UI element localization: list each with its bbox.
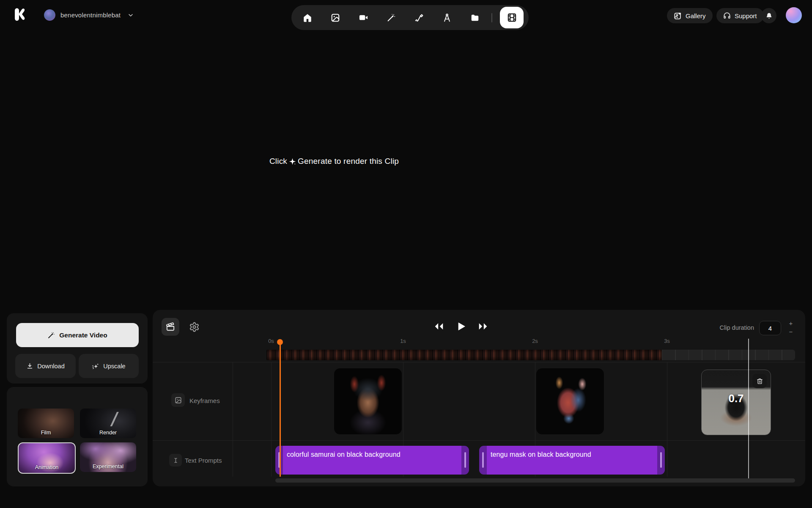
account-avatar xyxy=(44,9,55,21)
playhead-handle[interactable] xyxy=(277,339,283,345)
timeline-scrollbar[interactable] xyxy=(275,478,795,483)
clip-end-marker xyxy=(748,339,749,478)
nav-divider xyxy=(491,13,492,22)
sparkles-icon xyxy=(92,362,99,370)
trash-icon xyxy=(757,378,763,384)
prompt-trim-handle-right[interactable] xyxy=(464,452,466,468)
folder-icon xyxy=(470,13,480,22)
draw-pen-icon xyxy=(414,13,424,22)
clip-view-button[interactable] xyxy=(162,318,179,336)
user-avatar[interactable] xyxy=(786,7,802,23)
upscale-button[interactable]: Upscale xyxy=(79,354,139,378)
image-icon xyxy=(331,13,340,22)
nav-design-tools[interactable] xyxy=(433,5,461,30)
timeline-settings-button[interactable] xyxy=(189,322,200,332)
chevron-down-icon xyxy=(127,12,134,19)
nav-folder[interactable] xyxy=(461,5,489,30)
prompt-block-tengu[interactable]: tengu mask on black background xyxy=(479,446,665,475)
ruler-tick-2s: 2s xyxy=(527,338,543,344)
style-presets-card: Film Render Animation Experimental xyxy=(7,387,148,486)
film-icon xyxy=(507,13,517,22)
gallery-label: Gallery xyxy=(686,12,706,19)
play-button[interactable] xyxy=(453,318,469,334)
transport-controls xyxy=(432,318,490,334)
prompts-row-label: Text Prompts xyxy=(185,457,222,464)
clip-duration-decrease[interactable]: − xyxy=(785,329,796,336)
fast-forward-icon xyxy=(477,322,488,331)
nav-timeline-active[interactable] xyxy=(500,7,524,28)
video-camera-icon xyxy=(359,13,368,22)
row-separator xyxy=(153,440,805,441)
magic-wand-icon xyxy=(387,13,396,22)
preview-filmstrip[interactable] xyxy=(266,350,662,360)
download-icon xyxy=(26,362,33,370)
account-menu[interactable]: benevolentnimblebat xyxy=(44,9,134,21)
keyframe-reference[interactable]: 0.7 xyxy=(701,370,771,435)
nav-images[interactable] xyxy=(321,5,349,30)
style-animation-label: Animation xyxy=(19,464,75,470)
prompt-trim-handle-left[interactable] xyxy=(482,452,484,468)
account-username: benevolentnimblebat xyxy=(60,11,121,19)
keyframes-row-label: Keyframes xyxy=(189,397,220,404)
gear-icon xyxy=(189,322,200,332)
prompt-trim-handle-right[interactable] xyxy=(660,452,662,468)
render-hint-suffix: Generate to render this Clip xyxy=(298,157,399,166)
clip-duration-label: Clip duration xyxy=(712,324,754,331)
download-label: Download xyxy=(37,363,65,370)
nav-home[interactable] xyxy=(294,5,321,30)
style-experimental[interactable]: Experimental xyxy=(80,442,136,472)
ruler-tick-3s: 3s xyxy=(658,338,675,344)
gridline-3s xyxy=(667,362,667,477)
app-window: benevolentnimblebat Gallery xyxy=(0,0,812,508)
render-hint: Click Generate to render this Clip xyxy=(0,157,668,166)
fast-forward-button[interactable] xyxy=(476,320,490,332)
ruler-tick-1s: 1s xyxy=(395,338,411,344)
headphones-icon xyxy=(723,12,731,19)
rewind-button[interactable] xyxy=(432,320,446,332)
render-hint-prefix: Click xyxy=(269,157,287,166)
delete-keyframe-button[interactable] xyxy=(752,374,767,388)
home-icon xyxy=(303,13,312,22)
generate-video-button[interactable]: Generate Video xyxy=(16,323,139,347)
clip-duration-value[interactable]: 4 xyxy=(759,321,781,335)
prompts-row-icon-box xyxy=(169,454,182,467)
style-film[interactable]: Film xyxy=(18,409,74,438)
row-separator xyxy=(153,362,805,362)
rewind-icon xyxy=(433,322,444,331)
nav-draw[interactable] xyxy=(405,5,433,30)
nav-video[interactable] xyxy=(349,5,377,30)
prompt-text[interactable]: tengu mask on black background xyxy=(487,446,657,475)
generate-video-label: Generate Video xyxy=(59,331,107,339)
prompt-block-samurai[interactable]: colorful samurai on black background xyxy=(275,446,469,475)
style-experimental-label: Experimental xyxy=(80,464,136,469)
download-button[interactable]: Download xyxy=(15,354,76,378)
style-animation-selected[interactable]: Animation xyxy=(18,442,76,474)
support-label: Support xyxy=(735,12,757,19)
style-render[interactable]: Render xyxy=(80,409,136,438)
main-nav xyxy=(291,5,529,30)
app-logo[interactable] xyxy=(14,8,26,21)
support-button[interactable]: Support xyxy=(716,8,764,23)
keyframe-samurai[interactable] xyxy=(334,368,402,434)
wand-icon xyxy=(47,331,55,339)
sparkle-icon xyxy=(288,157,296,166)
style-film-label: Film xyxy=(18,430,74,436)
nav-magic[interactable] xyxy=(377,5,405,30)
playhead-line xyxy=(280,344,281,477)
keyframe-weight-value: 0.7 xyxy=(702,392,771,405)
gridline-0s xyxy=(271,362,272,477)
timeline-panel: Clip duration 4 + − 0s 1s 2s 3s Keyframe… xyxy=(153,310,805,486)
bell-icon xyxy=(765,12,773,19)
compass-icon xyxy=(442,13,452,22)
notifications-button[interactable] xyxy=(761,8,776,23)
gallery-icon xyxy=(674,12,682,20)
keyframe-tengu-mask[interactable] xyxy=(536,368,604,434)
prompt-text[interactable]: colorful samurai on black background xyxy=(283,446,461,475)
text-cursor-icon xyxy=(173,457,179,464)
upscale-label: Upscale xyxy=(103,363,125,370)
keyframe-image-icon xyxy=(175,397,182,404)
clip-actions-card: Generate Video Download Upscale xyxy=(7,313,148,384)
label-column-divider xyxy=(233,362,233,477)
gallery-button[interactable]: Gallery xyxy=(667,8,713,23)
clip-duration-increase[interactable]: + xyxy=(785,320,796,327)
